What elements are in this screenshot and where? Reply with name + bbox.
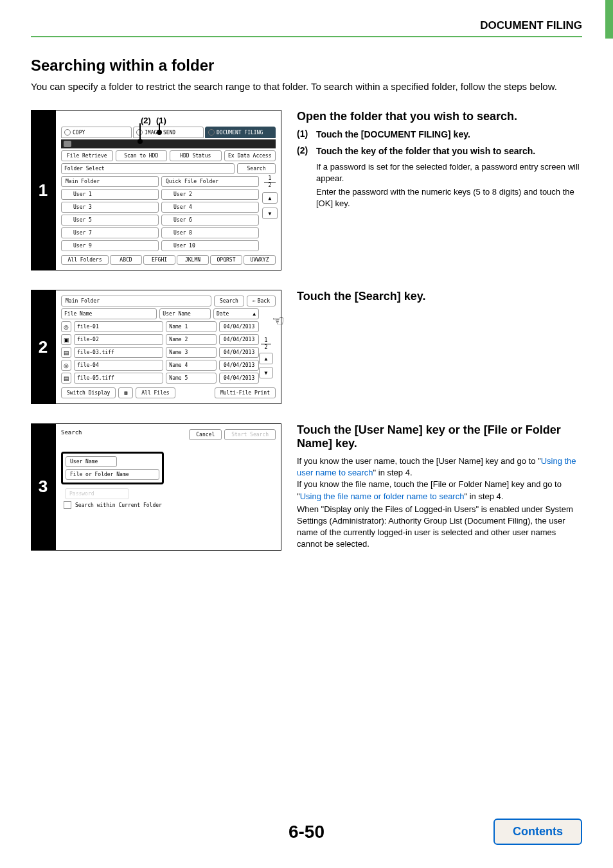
date-cell: 04/04/2013 bbox=[219, 321, 259, 332]
step-2: 2 Main Folder Search ←Back ☜ File Name U… bbox=[31, 290, 582, 404]
file-name-cell: file-02 bbox=[74, 334, 163, 345]
quick-file-folder-button[interactable]: Quick File Folder bbox=[161, 176, 259, 187]
step-number: 1 bbox=[31, 110, 55, 270]
folder-user3[interactable]: User 3 bbox=[61, 202, 159, 213]
home-icon[interactable] bbox=[64, 141, 71, 147]
all-files-button[interactable]: All Files bbox=[136, 387, 175, 398]
alpha-uvwxyz[interactable]: UVWXYZ bbox=[244, 255, 276, 265]
tab-document-filing[interactable]: DOCUMENT FILING bbox=[205, 127, 276, 138]
scroll-down-button[interactable]: ▼ bbox=[259, 367, 273, 378]
file-retrieve-tab[interactable]: File Retrieve bbox=[61, 150, 113, 161]
folder-user1[interactable]: User 1 bbox=[61, 189, 159, 200]
file-or-folder-name-button[interactable]: File or Folder Name bbox=[66, 469, 159, 480]
scroll-up-button[interactable]: ▲ bbox=[259, 353, 273, 364]
step-3: 3 Search Cancel Start Search User Name F… bbox=[31, 423, 582, 551]
scroll-down-button[interactable]: ▼ bbox=[262, 208, 278, 219]
link-file-name-search[interactable]: Using the file name or folder name to se… bbox=[300, 492, 465, 501]
file-row[interactable]: ▣file-02Name 204/04/2013 bbox=[61, 334, 259, 345]
checkbox-icon bbox=[64, 501, 71, 509]
hdd-status-tab[interactable]: HDD Status bbox=[170, 150, 222, 161]
user-name-cell: Name 5 bbox=[166, 373, 217, 384]
step1-sub2: Touch the key of the folder that you wis… bbox=[316, 145, 582, 158]
step1-title: Open the folder that you wish to search. bbox=[297, 110, 582, 123]
step1-sub1: Touch the [DOCUMENT FILING] key. bbox=[316, 128, 582, 141]
main-folder-button[interactable]: Main Folder bbox=[61, 176, 159, 187]
file-row[interactable]: ▤file-05.tiffName 504/04/2013 bbox=[61, 373, 259, 384]
col-user-name[interactable]: User Name bbox=[159, 308, 211, 319]
pointer-dot-2 bbox=[138, 139, 143, 144]
search-button[interactable]: Search bbox=[214, 296, 244, 306]
search-within-checkbox[interactable]: Search within Current Folder bbox=[64, 501, 276, 509]
back-arrow-icon: ← bbox=[253, 298, 256, 304]
folder-user6[interactable]: User 6 bbox=[161, 215, 259, 226]
user-name-button[interactable]: User Name bbox=[66, 456, 117, 467]
section-intro: You can specify a folder to restrict the… bbox=[31, 80, 582, 93]
folder-user7[interactable]: User 7 bbox=[61, 227, 159, 238]
ex-data-access-tab[interactable]: Ex Data Access bbox=[224, 150, 276, 161]
switch-display-button[interactable]: Switch Display bbox=[61, 387, 116, 398]
alpha-abcd[interactable]: ABCD bbox=[110, 255, 142, 265]
folder-user5[interactable]: User 5 bbox=[61, 215, 159, 226]
page-fraction: 12 bbox=[259, 338, 273, 350]
cancel-button[interactable]: Cancel bbox=[189, 429, 222, 440]
file-type-icon: ◎ bbox=[61, 321, 71, 332]
folder-user9[interactable]: User 9 bbox=[61, 240, 159, 251]
step-number: 3 bbox=[31, 423, 55, 551]
file-type-icon: ▣ bbox=[61, 334, 71, 345]
file-type-icon: ▤ bbox=[61, 347, 71, 358]
back-button[interactable]: ←Back bbox=[247, 296, 276, 306]
section-title: Searching within a folder bbox=[31, 57, 582, 75]
pointer-line-2 bbox=[139, 123, 141, 140]
scroll-up-button[interactable]: ▲ bbox=[262, 192, 278, 204]
folder-user4[interactable]: User 4 bbox=[161, 202, 259, 213]
step2-panel: Main Folder Search ←Back ☜ File Name Use… bbox=[55, 290, 281, 404]
step1-body2: Enter the password with the numeric keys… bbox=[316, 186, 582, 209]
password-button[interactable]: Password bbox=[65, 488, 129, 499]
callout-1: (1) bbox=[156, 116, 166, 125]
step1-body1: If a password is set for the selected fo… bbox=[316, 161, 582, 184]
file-row[interactable]: ◎file-01Name 104/04/2013 bbox=[61, 321, 259, 332]
page-fraction: 12 bbox=[262, 176, 278, 188]
date-cell: 04/04/2013 bbox=[219, 373, 259, 384]
tab-image-send[interactable]: IMAGE SEND bbox=[133, 127, 204, 138]
alpha-all[interactable]: All Folders bbox=[61, 255, 109, 265]
file-type-icon: ◎ bbox=[61, 360, 71, 371]
edge-tab bbox=[605, 0, 613, 39]
copy-icon bbox=[64, 129, 71, 136]
col-file-name[interactable]: File Name bbox=[61, 308, 157, 319]
col-date[interactable]: Date▲ bbox=[213, 308, 259, 319]
folder-select-label: Folder Select bbox=[61, 163, 235, 174]
folder-user8[interactable]: User 8 bbox=[161, 227, 259, 238]
start-search-button[interactable]: Start Search bbox=[224, 429, 276, 440]
alpha-opqrst[interactable]: OPQRST bbox=[210, 255, 242, 265]
doc-header: DOCUMENT FILING bbox=[480, 19, 582, 32]
step3-panel: Search Cancel Start Search User Name Fil… bbox=[55, 423, 281, 551]
file-name-cell: file-04 bbox=[74, 360, 163, 371]
user-name-cell: Name 1 bbox=[166, 321, 217, 332]
callout-2: (2) bbox=[141, 116, 151, 125]
alpha-jklmn[interactable]: JKLMN bbox=[177, 255, 209, 265]
pointer-dot-1 bbox=[157, 130, 162, 135]
file-row[interactable]: ▤file-03.tiffName 304/04/2013 bbox=[61, 347, 259, 358]
scan-to-hdd-tab[interactable]: Scan to HDD bbox=[116, 150, 168, 161]
step3-body2: If you know the file name, touch the [Fi… bbox=[297, 479, 582, 502]
tab-copy[interactable]: COPY bbox=[61, 127, 132, 138]
filing-icon bbox=[208, 129, 215, 136]
date-cell: 04/04/2013 bbox=[219, 360, 259, 371]
user-name-cell: Name 4 bbox=[166, 360, 217, 371]
step-number: 2 bbox=[31, 290, 55, 404]
thumbnail-icon[interactable]: ▦ bbox=[118, 387, 133, 398]
contents-button[interactable]: Contents bbox=[493, 819, 582, 845]
step1-panel: (2) (1) COPY IMAGE SEND DOCUMENT FILING … bbox=[55, 110, 281, 270]
folder-user2[interactable]: User 2 bbox=[161, 189, 259, 200]
multi-file-print-button[interactable]: Multi-File Print bbox=[215, 387, 276, 398]
user-name-cell: Name 2 bbox=[166, 334, 217, 345]
file-name-cell: file-03.tiff bbox=[74, 347, 163, 358]
alpha-efghi[interactable]: EFGHI bbox=[143, 255, 175, 265]
folder-user10[interactable]: User 10 bbox=[161, 240, 259, 251]
step3-body3: When "Display only the Files of Logged-i… bbox=[297, 504, 582, 551]
file-row[interactable]: ◎file-04Name 404/04/2013 bbox=[61, 360, 259, 371]
date-cell: 04/04/2013 bbox=[219, 334, 259, 345]
header-rule bbox=[31, 36, 582, 37]
search-button[interactable]: Search bbox=[237, 163, 276, 174]
